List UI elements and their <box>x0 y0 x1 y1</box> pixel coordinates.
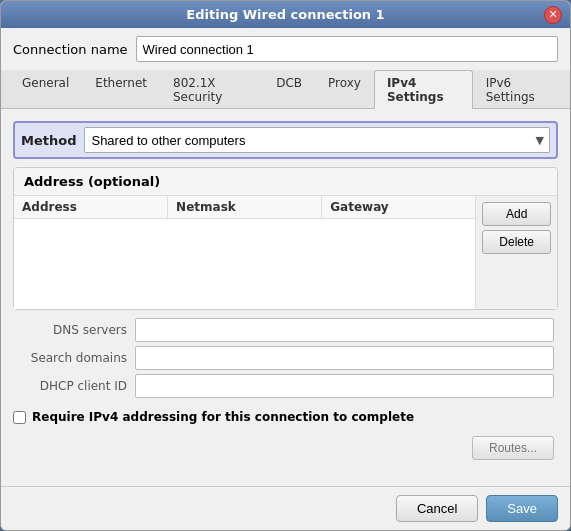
routes-row: Routes... <box>13 436 558 460</box>
tab-ipv6[interactable]: IPv6 Settings <box>473 70 562 109</box>
method-select[interactable]: Shared to other computers Automatic (DHC… <box>84 127 550 153</box>
require-ipv4-checkbox[interactable] <box>13 411 26 424</box>
tab-802-1x[interactable]: 802.1X Security <box>160 70 263 109</box>
save-button[interactable]: Save <box>486 495 558 522</box>
search-row: Search domains <box>17 346 554 370</box>
dialog: Editing Wired connection 1 ✕ Connection … <box>0 0 571 531</box>
address-table-area: Address Netmask Gateway Add Delete <box>14 196 557 309</box>
tabs: General Ethernet 802.1X Security DCB Pro… <box>1 70 570 109</box>
tab-ipv4[interactable]: IPv4 Settings <box>374 70 473 109</box>
connection-name-row: Connection name <box>1 28 570 70</box>
dns-input[interactable] <box>135 318 554 342</box>
require-ipv4-label: Require IPv4 addressing for this connect… <box>32 410 414 424</box>
search-input[interactable] <box>135 346 554 370</box>
add-button[interactable]: Add <box>482 202 551 226</box>
delete-button[interactable]: Delete <box>482 230 551 254</box>
require-checkbox-row: Require IPv4 addressing for this connect… <box>13 406 558 428</box>
dns-label: DNS servers <box>17 323 127 337</box>
bottom-buttons: Cancel Save <box>1 486 570 530</box>
address-section-title: Address (optional) <box>14 168 557 196</box>
fields-section: DNS servers Search domains DHCP client I… <box>13 318 558 398</box>
dialog-title: Editing Wired connection 1 <box>186 7 384 22</box>
col-gateway: Gateway <box>322 196 475 218</box>
address-table-header: Address Netmask Gateway <box>14 196 475 219</box>
ipv4-tab-content: Method Shared to other computers Automat… <box>1 109 570 486</box>
tab-general[interactable]: General <box>9 70 82 109</box>
close-button[interactable]: ✕ <box>544 6 562 24</box>
tab-ethernet[interactable]: Ethernet <box>82 70 160 109</box>
dhcp-label: DHCP client ID <box>17 379 127 393</box>
method-label: Method <box>21 133 76 148</box>
col-address: Address <box>14 196 168 218</box>
col-netmask: Netmask <box>168 196 322 218</box>
tab-proxy[interactable]: Proxy <box>315 70 374 109</box>
dhcp-input[interactable] <box>135 374 554 398</box>
method-row: Method Shared to other computers Automat… <box>13 121 558 159</box>
title-bar: Editing Wired connection 1 ✕ <box>1 1 570 28</box>
tab-dcb[interactable]: DCB <box>263 70 315 109</box>
connection-name-input[interactable] <box>136 36 558 62</box>
address-table: Address Netmask Gateway <box>14 196 476 309</box>
search-label: Search domains <box>17 351 127 365</box>
address-section: Address (optional) Address Netmask Gatew… <box>13 167 558 310</box>
connection-name-label: Connection name <box>13 42 128 57</box>
method-select-wrapper: Shared to other computers Automatic (DHC… <box>84 127 550 153</box>
address-buttons: Add Delete <box>476 196 557 309</box>
dns-row: DNS servers <box>17 318 554 342</box>
dhcp-row: DHCP client ID <box>17 374 554 398</box>
routes-button[interactable]: Routes... <box>472 436 554 460</box>
address-table-body <box>14 219 475 309</box>
cancel-button[interactable]: Cancel <box>396 495 478 522</box>
